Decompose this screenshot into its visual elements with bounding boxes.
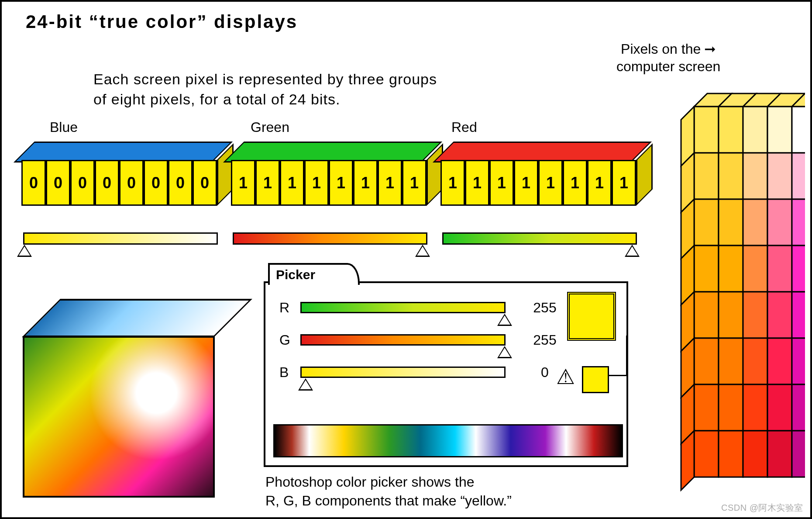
- slider-g[interactable]: [300, 334, 506, 346]
- bit-cell: 1: [255, 160, 280, 206]
- svg-rect-26: [719, 338, 743, 384]
- svg-rect-4: [792, 107, 805, 153]
- gradient-bar-red: [442, 232, 637, 245]
- gradient-bar-blue: [23, 232, 218, 245]
- svg-rect-29: [792, 338, 805, 384]
- bit-cell: 1: [402, 160, 427, 206]
- svg-rect-30: [694, 384, 719, 431]
- picker-caption: Photoshop color picker shows the R, G, B…: [265, 473, 512, 510]
- bit-cell: 1: [538, 160, 563, 206]
- svg-rect-7: [743, 153, 767, 199]
- slider-b[interactable]: [300, 367, 506, 378]
- subtitle: Each screen pixel is represented by thre…: [93, 69, 437, 110]
- svg-rect-15: [694, 246, 719, 292]
- bit-cell: 1: [489, 160, 514, 206]
- svg-rect-23: [767, 292, 792, 338]
- bit-cell: 1: [465, 160, 489, 206]
- svg-rect-39: [792, 431, 805, 477]
- svg-rect-22: [743, 292, 767, 338]
- bit-cell: 0: [193, 160, 217, 206]
- svg-rect-13: [767, 199, 792, 246]
- channel-value: 255: [523, 300, 567, 316]
- swatch-small: [582, 366, 609, 393]
- svg-rect-19: [792, 246, 805, 292]
- label-red: Red: [451, 119, 477, 135]
- svg-rect-32: [743, 384, 767, 431]
- svg-rect-18: [767, 246, 792, 292]
- bit-cell: 0: [119, 160, 144, 206]
- bit-cell: 1: [587, 160, 612, 206]
- slider-pointer-icon: [497, 346, 512, 358]
- channel-label: G: [279, 332, 300, 348]
- bit-cell: 1: [280, 160, 304, 206]
- picker-tab: Picker: [268, 263, 360, 285]
- svg-rect-35: [694, 431, 719, 477]
- svg-rect-14: [792, 199, 805, 246]
- channel-label: B: [279, 364, 300, 381]
- picker-row-r: R255: [279, 299, 616, 316]
- svg-rect-27: [743, 338, 767, 384]
- bit-cell: 1: [304, 160, 329, 206]
- slider-pointer-icon: [415, 245, 430, 257]
- warning-icon: ⚠: [556, 364, 575, 389]
- svg-rect-37: [743, 431, 767, 477]
- bit-cell: 1: [353, 160, 378, 206]
- svg-rect-9: [792, 153, 805, 199]
- gradient-bar-green: [233, 232, 427, 245]
- svg-rect-16: [719, 246, 743, 292]
- picker-panel: Picker R255G255B0 ⚠: [264, 281, 628, 467]
- slider-r[interactable]: [300, 302, 506, 313]
- bit-cell: 0: [144, 160, 168, 206]
- svg-rect-33: [767, 384, 792, 431]
- svg-rect-6: [719, 153, 743, 199]
- bit-cell: 0: [168, 160, 193, 206]
- svg-rect-10: [694, 199, 719, 246]
- channel-label: R: [279, 300, 300, 316]
- pixel-wall: [665, 54, 805, 513]
- slider-pointer-icon: [17, 245, 32, 257]
- bit-cell: 1: [231, 160, 255, 206]
- watermark: CSDN @阿木实验室: [721, 502, 803, 514]
- spectrum-bar: [273, 424, 623, 457]
- svg-rect-0: [694, 107, 719, 153]
- bit-cell: 1: [329, 160, 353, 206]
- bit-cell: 1: [440, 160, 465, 206]
- bit-cell: 0: [46, 160, 70, 206]
- svg-rect-17: [743, 246, 767, 292]
- svg-rect-8: [767, 153, 792, 199]
- svg-rect-11: [719, 199, 743, 246]
- svg-rect-1: [719, 107, 743, 153]
- svg-rect-25: [694, 338, 719, 384]
- color-cube: [23, 299, 230, 506]
- svg-rect-31: [719, 384, 743, 431]
- bit-cell: 1: [514, 160, 538, 206]
- bit-cell: 1: [378, 160, 402, 206]
- svg-rect-38: [767, 431, 792, 477]
- svg-rect-36: [719, 431, 743, 477]
- svg-rect-12: [743, 199, 767, 246]
- svg-rect-21: [719, 292, 743, 338]
- swatch-big: [567, 292, 616, 341]
- channel-value: 255: [523, 332, 567, 348]
- bit-cell: 0: [70, 160, 95, 206]
- slider-pointer-icon: [625, 245, 640, 257]
- bit-cell: 1: [612, 160, 636, 206]
- page-title: 24-bit “true color” displays: [26, 11, 298, 32]
- svg-rect-3: [767, 107, 792, 153]
- bit-groups: 000000001111111111111111: [21, 142, 646, 216]
- svg-rect-34: [792, 384, 805, 431]
- picker-row-g: G255: [279, 331, 616, 349]
- bit-cell: 0: [21, 160, 46, 206]
- svg-rect-2: [743, 107, 767, 153]
- bit-cell: 1: [563, 160, 587, 206]
- bit-cell: 0: [95, 160, 119, 206]
- svg-rect-5: [694, 153, 719, 199]
- label-blue: Blue: [50, 119, 78, 135]
- slider-pointer-icon: [298, 378, 313, 391]
- label-green: Green: [251, 119, 289, 135]
- svg-rect-28: [767, 338, 792, 384]
- svg-rect-20: [694, 292, 719, 338]
- slider-pointer-icon: [497, 314, 512, 326]
- svg-rect-24: [792, 292, 805, 338]
